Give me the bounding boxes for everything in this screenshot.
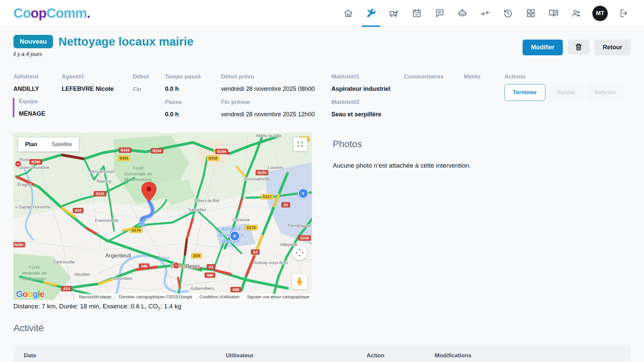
column-header: Modifications bbox=[435, 352, 472, 359]
road-badge: D29 bbox=[191, 253, 202, 258]
google-logo[interactable]: Google bbox=[16, 289, 44, 299]
debut-label: Début bbox=[133, 73, 165, 80]
photos-title: Photos bbox=[333, 139, 471, 149]
age-text: il y a 4 jours bbox=[13, 51, 194, 57]
road-badge: N104 bbox=[119, 147, 131, 153]
equipe-value: MÉNAGE bbox=[19, 110, 62, 117]
road-badge: A86 bbox=[205, 273, 215, 278]
modify-button[interactable]: Modifier bbox=[523, 40, 563, 55]
map-town: Taverny bbox=[96, 179, 111, 184]
primary-nav: MT bbox=[341, 0, 631, 27]
activity-section: Activité Date Utilisateur Action Modific… bbox=[13, 323, 631, 362]
grid-icon[interactable] bbox=[524, 0, 537, 27]
page: CoopComm. MT NouveauNettoyage locaux mai… bbox=[0, 0, 644, 362]
meteo-label: Météo bbox=[464, 73, 504, 80]
map-town: Sarcelles bbox=[188, 207, 206, 212]
road-badge: A14 bbox=[61, 286, 72, 291]
column-header: Utilisateur bbox=[226, 352, 367, 359]
column-header: Action bbox=[367, 352, 435, 359]
map-type-control: Plan Satellite bbox=[18, 137, 79, 152]
trash-icon bbox=[574, 43, 583, 51]
road-badge: A3 bbox=[251, 249, 260, 255]
map-town: Aubervilliers bbox=[191, 286, 214, 291]
pegman-icon[interactable] bbox=[292, 274, 307, 289]
debut-prevu-label: Début prévu bbox=[221, 73, 331, 80]
merge-arrows-icon[interactable] bbox=[478, 0, 492, 27]
road-badge: A86 bbox=[139, 263, 150, 269]
map-satellite-button[interactable]: Satellite bbox=[44, 137, 79, 152]
info-grid: Adhérent ANDILLY Équipe MÉNAGE Agent#1 L… bbox=[13, 73, 631, 118]
forest-label: Forêtomaniale deint-Germain bbox=[22, 264, 47, 282]
home-icon[interactable] bbox=[341, 0, 355, 27]
status-badge: Nouveau bbox=[13, 35, 53, 48]
route-stats: Distance: 7 km, Durée: 18 min, Essence: … bbox=[13, 303, 181, 311]
materiel2-value: Seau et serpillère bbox=[331, 111, 404, 118]
map-town: Marly-la-Ville bbox=[257, 133, 282, 138]
valider-button[interactable]: Valider bbox=[549, 84, 584, 101]
road-badge: N104 bbox=[215, 149, 228, 154]
equipe-block: Équipe MÉNAGE bbox=[13, 98, 62, 117]
map-town: Villiers-le-Bel bbox=[194, 198, 219, 203]
fin-prevue-label: Fin prévue bbox=[221, 99, 331, 106]
map-town: Bessancourt bbox=[90, 169, 114, 174]
column-header: Date bbox=[24, 352, 226, 359]
equipe-label: Équipe bbox=[19, 98, 62, 105]
map-town: Tremblay-en bbox=[287, 223, 311, 228]
fin-prevue-value: vendredi 28 novembre 2025 12h00 bbox=[221, 111, 331, 118]
map[interactable]: Marly-la-Ville Pontoise Ouen-l'Aumône Ér… bbox=[13, 133, 312, 300]
temps-label: Temps passé bbox=[165, 73, 221, 80]
agent-value: LEFEBVRE Nicole bbox=[62, 85, 133, 93]
road-badge: A1 bbox=[281, 202, 290, 207]
map-town: Sartrouville bbox=[53, 259, 74, 264]
materiel1-label: Matériel#1 bbox=[331, 73, 404, 80]
book-icon[interactable] bbox=[547, 0, 560, 27]
attribution-item[interactable]: Raccourcis clavier bbox=[79, 295, 111, 299]
attribution-item[interactable]: Conditions d'utilisation bbox=[200, 295, 239, 299]
history-icon[interactable] bbox=[501, 0, 515, 27]
road-badge: D317 bbox=[261, 194, 274, 199]
app-logo[interactable]: CoopComm. bbox=[13, 6, 90, 21]
tools-icon[interactable] bbox=[364, 0, 378, 27]
photos-empty-text: Aucune photo n'est attachée à cette inte… bbox=[333, 162, 471, 169]
avatar[interactable]: MT bbox=[592, 6, 608, 21]
terminer-button[interactable]: Terminer bbox=[504, 84, 545, 101]
map-attribution: Raccourcis clavier Données cartographiqu… bbox=[13, 294, 312, 300]
pause-label: Pause bbox=[165, 99, 221, 106]
airport-icon: ✈ bbox=[298, 188, 309, 199]
pause-value: 0.0 h bbox=[165, 111, 221, 118]
adherent-label: Adhérent bbox=[13, 73, 62, 80]
actions-label: Actions bbox=[504, 73, 624, 80]
road-closure-icon bbox=[15, 161, 22, 168]
road-badge: A1 bbox=[207, 264, 215, 269]
road-badge: N104 bbox=[256, 170, 268, 175]
map-town: Aulnay-sous-Bois bbox=[254, 260, 288, 265]
road-badge: N104 bbox=[151, 148, 163, 154]
delete-button[interactable] bbox=[568, 40, 590, 54]
calendar-check-icon[interactable] bbox=[410, 0, 423, 27]
map-town: Goussainville bbox=[244, 176, 270, 181]
map-town: Louvres bbox=[268, 165, 283, 170]
road-badge: D170 bbox=[245, 225, 258, 230]
map-canvas bbox=[13, 133, 312, 300]
truck-icon[interactable] bbox=[387, 0, 400, 27]
agent-label: Agent#1 bbox=[62, 73, 133, 80]
map-plan-button[interactable]: Plan bbox=[18, 137, 44, 152]
users-icon[interactable] bbox=[570, 0, 583, 27]
pan-control[interactable] bbox=[292, 245, 307, 260]
back-button[interactable]: Retour bbox=[594, 40, 631, 55]
refuser-button[interactable]: Refuser bbox=[587, 84, 624, 101]
road-badge: A15 bbox=[73, 208, 84, 213]
road-badge: D316 bbox=[207, 156, 219, 161]
temps-value: 0.0 h bbox=[165, 85, 221, 93]
adherent-value: ANDILLY bbox=[13, 85, 62, 93]
logout-icon[interactable] bbox=[617, 0, 631, 27]
attribution-item[interactable]: Signaler une erreur cartographique bbox=[247, 295, 309, 299]
map-town: Argenteuil bbox=[105, 252, 131, 259]
airport-icon: ✈ bbox=[230, 231, 240, 241]
fullscreen-button[interactable] bbox=[293, 137, 307, 151]
chat-icon[interactable] bbox=[433, 0, 446, 27]
activity-table-header: Date Utilisateur Action Modifications bbox=[13, 345, 631, 362]
road-badge: A86 bbox=[230, 287, 241, 292]
robot-icon[interactable] bbox=[455, 0, 469, 27]
title-row: NouveauNettoyage locaux mairie il y a 4 … bbox=[13, 35, 631, 57]
